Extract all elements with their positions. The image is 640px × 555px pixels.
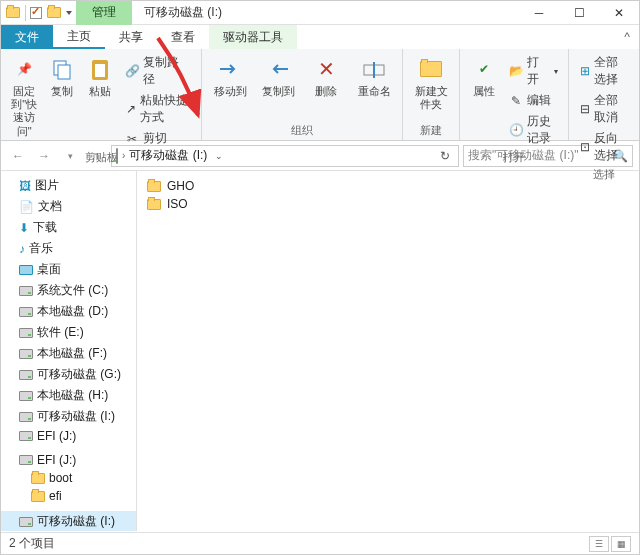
tree-item[interactable]: boot (1, 469, 136, 487)
select-none-label: 全部取消 (594, 92, 629, 126)
qat-folder-icon[interactable] (46, 5, 62, 21)
qat-dropdown-icon[interactable] (66, 11, 72, 15)
tree-item-label: 本地磁盘 (F:) (37, 345, 107, 362)
file-item[interactable]: ISO (147, 195, 629, 213)
qat-properties-checkbox[interactable] (30, 7, 42, 19)
paste-shortcut-button[interactable]: ↗粘贴快捷方式 (121, 91, 195, 127)
tree-item[interactable]: 可移动磁盘 (I:) (1, 511, 136, 531)
close-button[interactable]: ✕ (599, 1, 639, 25)
tree-item[interactable]: EFI (J:) (1, 451, 136, 469)
item-count: 2 个项目 (9, 535, 55, 552)
tab-drive-tools[interactable]: 驱动器工具 (209, 25, 297, 49)
tab-view[interactable]: 查看 (157, 25, 209, 49)
tree-item-label: boot (49, 471, 72, 485)
select-group-label: 选择 (575, 165, 633, 182)
tree-item-label: 桌面 (37, 261, 61, 278)
paste-button[interactable]: 粘贴 (83, 53, 117, 100)
move-to-button[interactable]: 移动到 (208, 53, 252, 100)
tree-item-label: 可移动磁盘 (I:) (37, 408, 115, 425)
file-item[interactable]: GHO (147, 177, 629, 195)
music-icon: ♪ (19, 242, 25, 256)
ribbon-collapse-button[interactable]: ^ (615, 25, 639, 49)
copy-label: 复制 (51, 85, 73, 98)
drive-icon (19, 328, 33, 338)
tree-item[interactable]: 🖼图片 (1, 175, 136, 196)
pin-quick-access-button[interactable]: 📌 固定到"快速访问" (7, 53, 41, 140)
drive-icon (19, 286, 33, 296)
history-icon: 🕘 (509, 123, 523, 137)
properties-label: 属性 (473, 85, 495, 98)
cut-button[interactable]: ✂剪切 (121, 129, 195, 148)
address-dropdown-icon[interactable]: ⌄ (211, 151, 227, 161)
shortcut-icon: ↗ (125, 102, 135, 116)
tree-item[interactable]: 本地磁盘 (H:) (1, 385, 136, 406)
copy-path-button[interactable]: 🔗复制路径 (121, 53, 195, 89)
drive-icon (19, 431, 33, 441)
move-to-label: 移动到 (214, 85, 247, 98)
path-icon: 🔗 (125, 64, 139, 78)
details-view-button[interactable]: ☰ (589, 536, 609, 552)
drive-icon (19, 455, 33, 465)
tree-item[interactable]: 可移动磁盘 (G:) (1, 364, 136, 385)
open-button[interactable]: 📂打开▾ (505, 53, 562, 89)
file-list[interactable]: GHOISO (137, 171, 639, 531)
folder-icon (31, 473, 45, 484)
invert-selection-button[interactable]: ⊡反向选择 (575, 129, 633, 165)
delete-icon: ✕ (312, 55, 340, 83)
ribbon-group-clipboard: 📌 固定到"快速访问" 复制 粘贴 🔗复制路径 ↗粘贴快捷方式 ✂剪切 剪贴板 (1, 49, 202, 140)
tree-item-label: 图片 (35, 177, 59, 194)
navigation-pane[interactable]: 🖼图片📄文档⬇下载♪音乐桌面系统文件 (C:)本地磁盘 (D:)软件 (E:)本… (1, 171, 137, 531)
rename-button[interactable]: 重命名 (352, 53, 396, 100)
tree-item-label: 本地磁盘 (H:) (37, 387, 108, 404)
ribbon-group-open: ✔ 属性 📂打开▾ ✎编辑 🕘历史记录 打开 (460, 49, 569, 140)
tree-item[interactable]: efi (1, 487, 136, 505)
tree-item[interactable]: 📄文档 (1, 196, 136, 217)
new-folder-button[interactable]: 新建文件夹 (409, 53, 453, 113)
tab-home[interactable]: 主页 (53, 25, 105, 49)
title-bar: 管理 可移动磁盘 (I:) ─ ☐ ✕ (1, 1, 639, 25)
drive-icon (19, 517, 33, 527)
tree-item-label: 文档 (38, 198, 62, 215)
drive-icon (19, 412, 33, 422)
tree-item[interactable]: ⬇下载 (1, 217, 136, 238)
tree-item[interactable]: 软件 (E:) (1, 322, 136, 343)
select-none-icon: ⊟ (579, 102, 589, 116)
tree-item[interactable]: 可移动磁盘 (I:) (1, 406, 136, 427)
tree-item[interactable]: 桌面 (1, 259, 136, 280)
pin-icon: 📌 (10, 55, 38, 83)
scissors-icon: ✂ (125, 132, 139, 146)
select-all-icon: ⊞ (579, 64, 589, 78)
pin-label: 固定到"快速访问" (9, 85, 39, 138)
tree-item[interactable]: ♪音乐 (1, 238, 136, 259)
tree-item-label: 软件 (E:) (37, 324, 84, 341)
folder-icon (31, 491, 45, 502)
select-none-button[interactable]: ⊟全部取消 (575, 91, 633, 127)
tree-item-label: 本地磁盘 (D:) (37, 303, 108, 320)
tree-item[interactable]: 本地磁盘 (F:) (1, 343, 136, 364)
edit-button[interactable]: ✎编辑 (505, 91, 562, 110)
tree-item[interactable]: 系统文件 (C:) (1, 280, 136, 301)
downloads-icon: ⬇ (19, 221, 29, 235)
tree-item[interactable]: EFI (J:) (1, 427, 136, 445)
tree-item-label: EFI (J:) (37, 429, 76, 443)
refresh-button[interactable]: ↻ (436, 149, 454, 163)
tab-file[interactable]: 文件 (1, 25, 53, 49)
history-button[interactable]: 🕘历史记录 (505, 112, 562, 148)
maximize-button[interactable]: ☐ (559, 1, 599, 25)
copy-button[interactable]: 复制 (45, 53, 79, 100)
copy-to-icon (264, 55, 292, 83)
properties-button[interactable]: ✔ 属性 (466, 53, 501, 100)
quick-access-toolbar (1, 5, 76, 21)
tree-item[interactable]: 本地磁盘 (D:) (1, 301, 136, 322)
window-title: 可移动磁盘 (I:) (132, 4, 234, 21)
minimize-button[interactable]: ─ (519, 1, 559, 25)
tab-share[interactable]: 共享 (105, 25, 157, 49)
tree-item-label: 可移动磁盘 (G:) (37, 366, 121, 383)
edit-label: 编辑 (527, 92, 551, 109)
delete-button[interactable]: ✕ 删除 (304, 53, 348, 100)
tree-item-label: 音乐 (29, 240, 53, 257)
copy-to-button[interactable]: 复制到 (256, 53, 300, 100)
icons-view-button[interactable]: ▦ (611, 536, 631, 552)
select-all-button[interactable]: ⊞全部选择 (575, 53, 633, 89)
svg-rect-3 (95, 64, 105, 77)
